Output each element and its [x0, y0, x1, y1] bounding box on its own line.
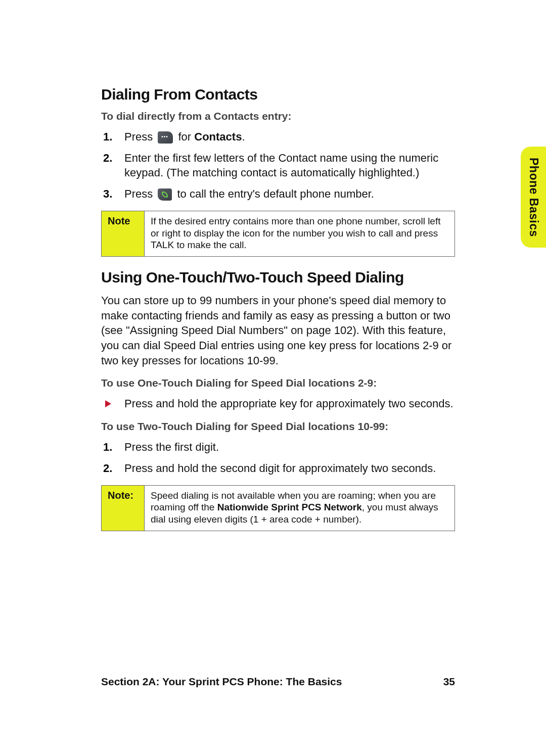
instruction-two-touch: To use Two-Touch Dialing for Speed Dial …	[101, 420, 455, 433]
paragraph-speed-dial-intro: You can store up to 99 numbers in your p…	[101, 293, 455, 368]
step-text: Press the first digit.	[124, 441, 219, 453]
step-text: Press and hold the second digit for appr…	[124, 462, 436, 475]
step-2: 2. Enter the first few letters of the Co…	[119, 151, 455, 180]
step-text: Press	[124, 187, 156, 200]
footer-page-number: 35	[443, 676, 455, 688]
step-1: 1. Press for Contacts.	[119, 129, 455, 145]
step-number: 1.	[103, 129, 112, 145]
note-body: Speed dialing is not available when you …	[145, 486, 454, 531]
contacts-key-icon	[158, 131, 173, 144]
instruction-contacts: To dial directly from a Contacts entry:	[101, 110, 455, 122]
step-number: 2.	[103, 461, 112, 476]
steps-contacts: 1. Press for Contacts. 2. Enter the firs…	[101, 129, 455, 202]
step-text: to call the entry's default phone number…	[177, 187, 374, 200]
talk-key-icon	[158, 188, 172, 201]
step-3: 3. Press to call the entry's default pho…	[119, 186, 455, 202]
step-text: .	[242, 130, 245, 143]
step-text: Enter the first few letters of the Conta…	[124, 152, 438, 179]
heading-speed-dialing: Using One-Touch/Two-Touch Speed Dialing	[101, 269, 455, 286]
step-text: Press	[124, 130, 156, 143]
note-box-speed-dial: Note: Speed dialing is not available whe…	[101, 485, 455, 531]
footer-section-label: Section 2A: Your Sprint PCS Phone: The B…	[101, 676, 342, 688]
page-footer: Section 2A: Your Sprint PCS Phone: The B…	[101, 676, 455, 688]
heading-dialing-from-contacts: Dialing From Contacts	[101, 86, 455, 103]
note-text-bold: Nationwide Sprint PCS Network	[217, 502, 362, 512]
note-body: If the desired entry contains more than …	[145, 211, 454, 256]
instruction-one-touch: To use One-Touch Dialing for Speed Dial …	[101, 377, 455, 389]
step-number: 3.	[103, 186, 112, 202]
side-tab-label: Phone Basics	[527, 158, 540, 237]
steps-two-touch: 1. Press the first digit. 2. Press and h…	[101, 440, 455, 476]
step-text-bold: Contacts	[194, 130, 242, 143]
side-tab-phone-basics: Phone Basics	[521, 147, 546, 248]
bullet-text: Press and hold the appropriate key for a…	[124, 397, 453, 410]
note-label: Note:	[102, 486, 145, 531]
note-box-contacts: Note If the desired entry contains more …	[101, 211, 455, 257]
manual-page: Phone Basics Dialing From Contacts To di…	[0, 0, 546, 756]
bullet-item: Press and hold the appropriate key for a…	[119, 396, 455, 411]
bullets-one-touch: Press and hold the appropriate key for a…	[101, 396, 455, 411]
note-label: Note	[102, 211, 145, 256]
step-1: 1. Press the first digit.	[119, 440, 455, 455]
step-text: for	[178, 130, 194, 143]
step-number: 2.	[103, 151, 112, 166]
step-2: 2. Press and hold the second digit for a…	[119, 461, 455, 476]
step-number: 1.	[103, 440, 112, 455]
